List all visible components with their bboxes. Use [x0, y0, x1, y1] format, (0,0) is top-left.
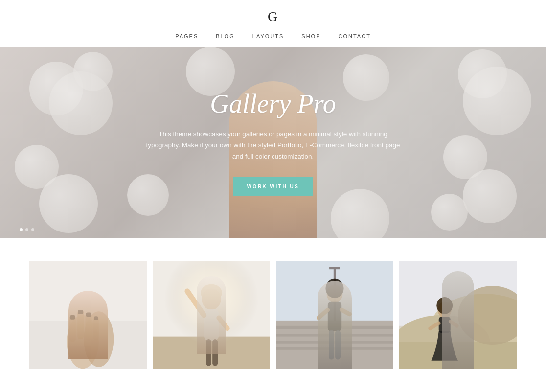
svg-rect-9 [78, 310, 83, 314]
main-nav: PAGES BLOG LAYOUTS SHOP CONTACT [175, 33, 371, 39]
hero-section: Gallery Pro This theme showcases your ga… [0, 47, 546, 238]
gallery-grid [29, 261, 517, 369]
svg-rect-10 [86, 313, 91, 317]
circle-9 [463, 169, 517, 223]
gallery-image-3 [276, 261, 393, 369]
gallery-item-2[interactable] [153, 261, 270, 369]
svg-rect-26 [276, 341, 393, 343]
svg-rect-31 [328, 302, 341, 331]
svg-rect-19 [206, 339, 211, 366]
gallery-svg-3 [276, 261, 393, 369]
header: G PAGES BLOG LAYOUTS SHOP CONTACT [0, 0, 546, 47]
dot-3[interactable] [31, 228, 34, 231]
hero-title: Gallery Pro [146, 89, 400, 119]
gallery-item-3[interactable] [276, 261, 393, 369]
svg-rect-5 [77, 310, 84, 339]
svg-point-46 [436, 297, 453, 314]
svg-rect-43 [439, 317, 451, 333]
dot-1[interactable] [20, 228, 23, 231]
svg-rect-34 [329, 330, 334, 360]
gallery-svg-1 [29, 261, 147, 369]
svg-point-41 [458, 286, 517, 345]
svg-rect-27 [276, 347, 393, 349]
hero-content: Gallery Pro This theme showcases your ga… [146, 89, 400, 196]
svg-rect-14 [153, 261, 270, 369]
circle-3 [49, 71, 113, 135]
gallery-item-1[interactable] [29, 261, 147, 369]
circle-7 [463, 67, 531, 135]
svg-rect-29 [329, 267, 340, 269]
dot-2[interactable] [25, 228, 28, 231]
svg-rect-8 [70, 315, 75, 320]
svg-rect-28 [334, 267, 336, 321]
hero-cta-button[interactable]: WORK WITH US [233, 177, 313, 196]
nav-item-shop[interactable]: SHOP [301, 33, 320, 39]
svg-line-32 [318, 310, 328, 318]
svg-rect-25 [276, 334, 393, 336]
gallery-svg-4 [399, 261, 517, 369]
gallery-item-4[interactable] [399, 261, 517, 369]
svg-point-3 [84, 311, 114, 367]
gallery-section [0, 238, 546, 379]
svg-rect-24 [276, 326, 393, 329]
svg-point-30 [327, 285, 343, 303]
svg-point-15 [202, 288, 221, 310]
svg-point-36 [325, 279, 343, 298]
nav-item-contact[interactable]: CONTACT [339, 33, 371, 39]
hero-dots [20, 228, 34, 231]
svg-rect-20 [212, 339, 218, 366]
svg-line-33 [341, 310, 349, 314]
svg-rect-16 [204, 309, 219, 341]
gallery-svg-2 [153, 261, 270, 369]
svg-rect-7 [93, 316, 99, 340]
nav-item-blog[interactable]: BLOG [216, 33, 235, 39]
svg-point-21 [201, 284, 222, 301]
svg-rect-4 [69, 315, 76, 342]
site-logo[interactable]: G [268, 9, 278, 24]
svg-rect-35 [335, 330, 341, 360]
hero-subtitle: This theme showcases your galleries or p… [146, 129, 400, 162]
svg-rect-6 [86, 313, 92, 341]
gallery-image-4 [399, 261, 517, 369]
svg-rect-40 [399, 342, 517, 369]
gallery-image-1 [29, 261, 147, 369]
circle-5 [39, 174, 98, 233]
svg-rect-11 [94, 316, 98, 320]
gallery-image-2 [153, 261, 270, 369]
circle-10 [431, 194, 468, 231]
nav-item-layouts[interactable]: LAYOUTS [252, 33, 284, 39]
nav-item-pages[interactable]: PAGES [175, 33, 198, 39]
svg-line-45 [451, 322, 457, 326]
circle-14 [331, 189, 389, 238]
